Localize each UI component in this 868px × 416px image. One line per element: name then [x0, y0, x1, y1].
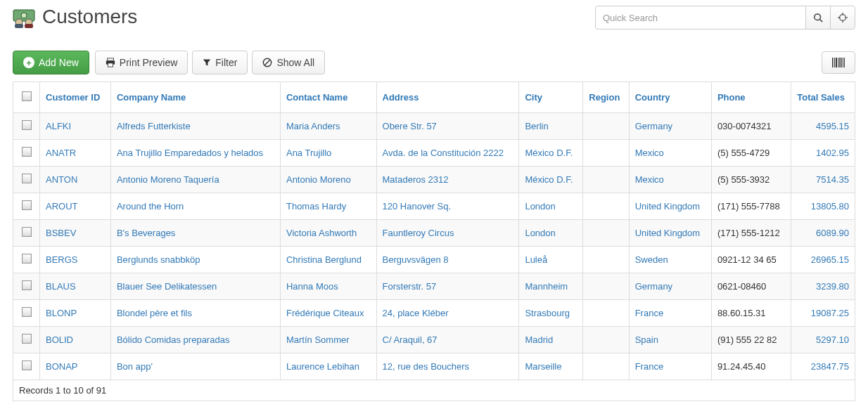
col-phone[interactable]: Phone: [717, 92, 746, 103]
cell-city[interactable]: Mannheim: [525, 281, 568, 292]
cell-contact-name[interactable]: Laurence Lebihan: [286, 361, 359, 372]
print-preview-button[interactable]: Print Preview: [95, 51, 188, 74]
cell-address[interactable]: Mataderos 2312: [383, 174, 449, 185]
cell-city[interactable]: Luleå: [525, 254, 547, 265]
cell-customer-id[interactable]: ALFKI: [46, 121, 71, 131]
cell-contact-name[interactable]: Thomas Hardy: [286, 201, 346, 212]
cell-country[interactable]: Spain: [635, 334, 658, 345]
cell-city[interactable]: México D.F.: [525, 174, 573, 185]
table-row: BOLIDBólido Comidas preparadasMartín Som…: [13, 327, 855, 353]
cell-address[interactable]: 120 Hanover Sq.: [383, 201, 452, 212]
cell-total-sales[interactable]: 23847.75: [811, 361, 849, 372]
cell-country[interactable]: United Kingdom: [635, 228, 701, 238]
cell-customer-id[interactable]: BSBEV: [46, 228, 76, 238]
cell-city[interactable]: London: [525, 201, 555, 212]
col-company-name[interactable]: Company Name: [117, 92, 186, 103]
col-country[interactable]: Country: [635, 92, 670, 103]
cell-total-sales[interactable]: 5297.10: [816, 334, 849, 345]
cell-address[interactable]: Obere Str. 57: [383, 121, 437, 131]
quick-search-input[interactable]: [595, 6, 806, 30]
cell-company-name[interactable]: Berglunds snabbköp: [117, 254, 200, 265]
cell-address[interactable]: 24, place Kléber: [383, 308, 449, 318]
show-all-button[interactable]: Show All: [252, 51, 325, 74]
cell-country[interactable]: France: [635, 308, 663, 318]
row-checkbox[interactable]: [22, 280, 32, 290]
cell-address[interactable]: C/ Araquil, 67: [383, 334, 438, 345]
cell-address[interactable]: 12, rue des Bouchers: [383, 361, 470, 372]
cell-company-name[interactable]: Bon app': [117, 361, 153, 372]
search-options-button[interactable]: [830, 6, 855, 30]
cell-address[interactable]: Fauntleroy Circus: [383, 228, 454, 238]
cell-company-name[interactable]: Blondel père et fils: [117, 308, 192, 318]
row-checkbox[interactable]: [22, 360, 32, 370]
cell-customer-id[interactable]: ANATR: [46, 148, 76, 158]
cell-country[interactable]: Germany: [635, 281, 672, 292]
cell-total-sales[interactable]: 26965.15: [811, 254, 849, 265]
cell-city[interactable]: México D.F.: [525, 148, 573, 158]
col-customer-id[interactable]: Customer ID: [46, 92, 100, 103]
row-checkbox[interactable]: [22, 120, 32, 130]
cell-total-sales[interactable]: 4595.15: [816, 121, 849, 131]
cell-country[interactable]: France: [635, 361, 663, 372]
cell-city[interactable]: Madrid: [525, 334, 553, 345]
cell-contact-name[interactable]: Ana Trujillo: [286, 148, 331, 158]
row-checkbox[interactable]: [22, 200, 32, 210]
cell-customer-id[interactable]: BONAP: [46, 361, 78, 372]
cell-city[interactable]: Berlin: [525, 121, 548, 131]
col-total-sales[interactable]: Total Sales: [797, 92, 845, 103]
cell-contact-name[interactable]: Christina Berglund: [286, 254, 362, 265]
cell-customer-id[interactable]: ANTON: [46, 174, 77, 185]
cell-total-sales[interactable]: 1402.95: [816, 148, 849, 158]
col-city[interactable]: City: [525, 92, 542, 103]
cell-contact-name[interactable]: Victoria Ashworth: [286, 228, 357, 238]
cell-company-name[interactable]: Bólido Comidas preparadas: [117, 334, 229, 345]
cell-country[interactable]: United Kingdom: [635, 201, 701, 212]
col-region[interactable]: Region: [589, 92, 620, 103]
col-address[interactable]: Address: [383, 92, 419, 103]
row-checkbox[interactable]: [22, 307, 32, 317]
cell-contact-name[interactable]: Hanna Moos: [286, 281, 338, 292]
cell-country[interactable]: Mexico: [635, 174, 664, 185]
cell-customer-id[interactable]: BLAUS: [46, 281, 76, 292]
cell-address[interactable]: Avda. de la Constitución 2222: [383, 148, 504, 158]
cell-address[interactable]: Forsterstr. 57: [383, 281, 437, 292]
col-contact-name[interactable]: Contact Name: [286, 92, 347, 103]
cell-total-sales[interactable]: 7514.35: [816, 174, 849, 185]
filter-button[interactable]: Filter: [192, 51, 248, 74]
cell-city[interactable]: Strasbourg: [525, 308, 570, 318]
cell-country[interactable]: Sweden: [635, 254, 668, 265]
select-all-checkbox[interactable]: [22, 91, 32, 101]
barcode-button[interactable]: [822, 51, 855, 74]
cell-company-name[interactable]: Antonio Moreno Taquería: [117, 174, 219, 185]
cell-country[interactable]: Germany: [635, 121, 672, 131]
search-button[interactable]: [805, 6, 831, 30]
row-checkbox[interactable]: [22, 254, 32, 264]
cell-customer-id[interactable]: AROUT: [46, 201, 78, 212]
cell-contact-name[interactable]: Frédérique Citeaux: [286, 308, 364, 318]
cell-total-sales[interactable]: 19087.25: [811, 308, 849, 318]
row-checkbox[interactable]: [22, 227, 32, 237]
cell-company-name[interactable]: B's Beverages: [117, 228, 175, 238]
cell-contact-name[interactable]: Martín Sommer: [286, 334, 350, 345]
cell-country[interactable]: Mexico: [635, 148, 664, 158]
row-checkbox[interactable]: [22, 174, 32, 183]
cell-company-name[interactable]: Alfreds Futterkiste: [117, 121, 191, 131]
row-checkbox[interactable]: [22, 334, 32, 344]
cell-address[interactable]: Berguvsvägen 8: [383, 254, 449, 265]
row-checkbox[interactable]: [22, 147, 32, 157]
cell-company-name[interactable]: Ana Trujillo Emparedados y helados: [117, 148, 263, 158]
cell-customer-id[interactable]: BERGS: [46, 254, 78, 265]
cell-city[interactable]: London: [525, 228, 555, 238]
cell-company-name[interactable]: Blauer See Delikatessen: [117, 281, 217, 292]
cell-total-sales[interactable]: 3239.80: [816, 281, 849, 292]
add-new-button[interactable]: + Add New: [13, 51, 89, 74]
cell-company-name[interactable]: Around the Horn: [117, 201, 184, 212]
cell-total-sales[interactable]: 6089.90: [816, 228, 849, 238]
cell-phone: 91.24.45.40: [711, 353, 791, 380]
cell-customer-id[interactable]: BLONP: [46, 308, 77, 318]
cell-total-sales[interactable]: 13805.80: [811, 201, 849, 212]
cell-contact-name[interactable]: Maria Anders: [286, 121, 340, 131]
cell-city[interactable]: Marseille: [525, 361, 561, 372]
cell-customer-id[interactable]: BOLID: [46, 334, 73, 345]
cell-contact-name[interactable]: Antonio Moreno: [286, 174, 351, 185]
